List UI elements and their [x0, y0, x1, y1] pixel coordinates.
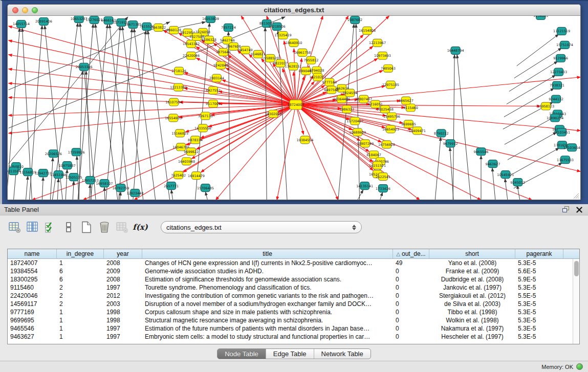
cell-pagerank[interactable]: 5.3E-5: [515, 324, 563, 333]
cell-out_degree[interactable]: 0: [393, 283, 429, 292]
cell-out_degree[interactable]: 0: [393, 267, 429, 275]
graph-node[interactable]: 9117006: [206, 100, 221, 107]
graph-node[interactable]: 11121519: [553, 27, 570, 35]
graph-node[interactable]: 1733426: [376, 185, 390, 192]
cell-title[interactable]: Changes of HCN gene expression and I(f) …: [142, 259, 393, 267]
column-header-name[interactable]: name: [8, 249, 57, 258]
cell-out_degree[interactable]: 0: [393, 333, 429, 341]
cell-out_degree[interactable]: 49: [393, 259, 429, 267]
import-table-icon[interactable]: [116, 221, 129, 234]
table-selector-dropdown[interactable]: citations_edges.txt: [161, 221, 362, 233]
network-graph[interactable]: 1405571420891406106532871527602164661631…: [8, 16, 581, 200]
graph-node[interactable]: 7485063: [381, 64, 396, 72]
cell-short[interactable]: Nakamura et al. (1997): [429, 324, 515, 333]
cell-out_degree[interactable]: 0: [393, 292, 429, 300]
graph-node[interactable]: 8790212: [434, 129, 449, 137]
graph-node[interactable]: 15706485: [197, 184, 214, 192]
graph-node[interactable]: 7938321: [550, 81, 564, 89]
graph-node[interactable]: 18907249: [357, 140, 374, 147]
cell-in_degree[interactable]: 1: [57, 316, 104, 324]
cell-title[interactable]: Genome-wide association studies in ADHD.: [142, 267, 393, 275]
vertical-scrollbar[interactable]: [573, 259, 579, 344]
cell-pagerank[interactable]: 5.5E-5: [515, 292, 563, 300]
graph-node[interactable]: 11325419: [275, 31, 292, 39]
graph-node[interactable]: 16335556: [194, 124, 211, 132]
graph-node[interactable]: 9115460: [403, 104, 418, 112]
graph-node[interactable]: 15166825: [171, 129, 188, 137]
cell-short[interactable]: Franke et al. (2009): [429, 267, 515, 275]
cell-year[interactable]: 2008: [104, 259, 142, 267]
cell-year[interactable]: 1997: [104, 324, 142, 333]
graph-node[interactable]: 18640910: [286, 39, 302, 47]
cell-name[interactable]: 9777169: [8, 308, 57, 316]
show-column-icon[interactable]: [26, 221, 39, 234]
graph-node[interactable]: 15751074: [556, 41, 573, 49]
graph-node[interactable]: 12213389: [170, 83, 187, 91]
graph-node[interactable]: 16448794: [447, 47, 464, 54]
cell-in_degree[interactable]: 1: [57, 259, 104, 267]
cell-pagerank[interactable]: 5.3E-5: [515, 333, 563, 341]
graph-node[interactable]: 9245012: [510, 179, 525, 186]
cell-out_degree[interactable]: 0: [393, 275, 429, 283]
cell-out_degree[interactable]: 0: [393, 316, 429, 324]
cell-title[interactable]: Disruption of a novel member of a sodium…: [142, 300, 393, 308]
table-row[interactable]: 2242004622012Investigating the contribut…: [8, 292, 573, 300]
row-options-icon[interactable]: [62, 221, 75, 234]
cell-name[interactable]: 9463627: [8, 333, 57, 341]
function-builder-icon[interactable]: f(x): [134, 221, 147, 234]
cell-short[interactable]: Stergiakouli et al. (2012): [429, 292, 515, 300]
graph-node[interactable]: 9679912: [443, 140, 458, 147]
delete-table-icon[interactable]: [98, 221, 111, 234]
cell-short[interactable]: Yano et al. (2008): [429, 259, 515, 267]
cell-name[interactable]: 18300295: [8, 275, 57, 283]
graph-node[interactable]: 16107554: [165, 98, 182, 106]
column-header-out_degree[interactable]: △out_de...: [393, 249, 429, 258]
graph-node[interactable]: 7625402: [171, 171, 186, 179]
graph-node[interactable]: 16914479: [188, 172, 205, 180]
cell-in_degree[interactable]: 2: [57, 300, 104, 308]
graph-node[interactable]: 11156819: [19, 168, 36, 176]
graph-node[interactable]: 2718126: [171, 67, 186, 75]
graph-node[interactable]: 16782759: [112, 184, 129, 192]
graph-node[interactable]: 11675533: [557, 156, 574, 164]
table-row[interactable]: 1830029562008Estimation of significance …: [8, 275, 573, 283]
cell-title[interactable]: Investigating the contribution of common…: [142, 292, 393, 300]
cell-short[interactable]: Tibbo et al. (1998): [429, 308, 515, 316]
graph-node[interactable]: 20891406: [35, 17, 52, 25]
graph-node[interactable]: 12273433: [550, 68, 567, 76]
cell-title[interactable]: Estimation of significance thresholds fo…: [142, 275, 393, 283]
cell-name[interactable]: 18724007: [8, 259, 57, 267]
table-row[interactable]: 977716911998Corpus callosum shape and si…: [8, 308, 573, 316]
float-window-icon[interactable]: [561, 206, 571, 214]
column-header-title[interactable]: title: [142, 249, 393, 258]
graph-node[interactable]: 16554933: [165, 114, 182, 122]
cell-short[interactable]: de Silva et al. (2003): [429, 300, 515, 308]
column-header-pagerank[interactable]: pagerank: [515, 249, 563, 258]
graph-node[interactable]: 16210221: [309, 73, 326, 81]
table-row[interactable]: 1456911722003Disruption of a novel membe…: [8, 300, 573, 308]
graph-node[interactable]: 2803144: [209, 74, 224, 82]
column-header-short[interactable]: short: [429, 249, 515, 258]
graph-node[interactable]: 9777169: [322, 78, 337, 86]
cell-name[interactable]: 19384554: [8, 267, 57, 275]
graph-node[interactable]: 12942737: [35, 169, 52, 177]
graph-node[interactable]: 11451946: [50, 171, 67, 179]
scrollbar-thumb[interactable]: [574, 261, 579, 276]
graph-node[interactable]: 16543382: [183, 40, 200, 48]
graph-node[interactable]: 7986322: [339, 105, 354, 113]
network-window-titlebar[interactable]: citations_edges.txt: [8, 5, 580, 16]
cell-in_degree[interactable]: 2: [57, 292, 104, 300]
graph-node[interactable]: 9699695: [401, 120, 416, 128]
graph-node[interactable]: 7857224: [221, 24, 236, 31]
cell-pagerank[interactable]: 5.6E-5: [515, 267, 563, 275]
cell-short[interactable]: Dudbridge et al. (2008): [429, 275, 515, 283]
table-row[interactable]: 969969511998Structural magnetic resonanc…: [8, 316, 573, 324]
new-table-icon[interactable]: [80, 221, 93, 234]
cell-pagerank[interactable]: 5.3E-5: [515, 259, 563, 267]
tab-network-table[interactable]: Network Table: [314, 349, 371, 359]
graph-node[interactable]: 15958123: [537, 102, 554, 110]
cell-title[interactable]: Tourette syndrome. Phenomenology and cla…: [142, 283, 393, 292]
cell-pagerank[interactable]: 5.3E-5: [515, 300, 563, 308]
cell-name[interactable]: 22420046: [8, 292, 57, 300]
table-row[interactable]: 1872400712008Changes of HCN gene express…: [8, 259, 573, 267]
